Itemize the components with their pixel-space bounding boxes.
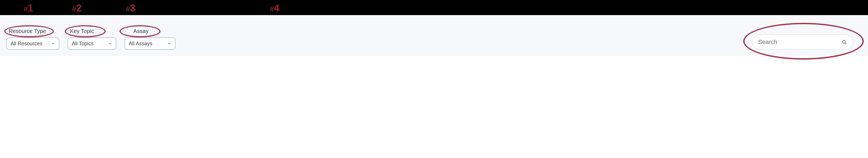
filters-left-group: Resource Type All Resources Key Topic Al… <box>6 28 175 50</box>
resource-type-dropdown[interactable]: All Resources <box>6 37 59 50</box>
chevron-down-icon <box>51 42 55 46</box>
assay-group: Assay All Assays <box>125 28 175 50</box>
assay-selected: All Assays <box>129 41 152 47</box>
svg-line-1 <box>845 43 846 44</box>
key-topic-group: Key Topic All Topics <box>68 28 116 50</box>
search-icon <box>841 40 847 45</box>
search-wrap <box>752 34 853 50</box>
annotation-2-label: #2 <box>72 2 82 14</box>
search-box[interactable] <box>752 34 853 50</box>
key-topic-label: Key Topic <box>68 28 116 34</box>
key-topic-selected: All Topics <box>72 41 94 47</box>
resource-type-label: Resource Type <box>6 28 59 34</box>
resource-type-group: Resource Type All Resources <box>6 28 59 50</box>
annotation-1-label: #1 <box>24 2 33 14</box>
chevron-down-icon <box>167 42 171 46</box>
assay-dropdown[interactable]: All Assays <box>125 37 175 50</box>
content-area <box>0 56 868 86</box>
chevron-down-icon <box>108 42 112 46</box>
filter-bar: Resource Type All Resources Key Topic Al… <box>0 15 868 56</box>
search-input[interactable] <box>758 38 841 46</box>
top-black-bar: #1 #2 #3 #4 <box>0 0 868 15</box>
key-topic-dropdown[interactable]: All Topics <box>68 37 116 50</box>
annotation-3-label: #3 <box>126 2 135 14</box>
assay-label: Assay <box>125 28 175 34</box>
annotation-4-label: #4 <box>270 2 280 14</box>
resource-type-selected: All Resources <box>10 41 42 47</box>
svg-point-0 <box>842 40 845 43</box>
